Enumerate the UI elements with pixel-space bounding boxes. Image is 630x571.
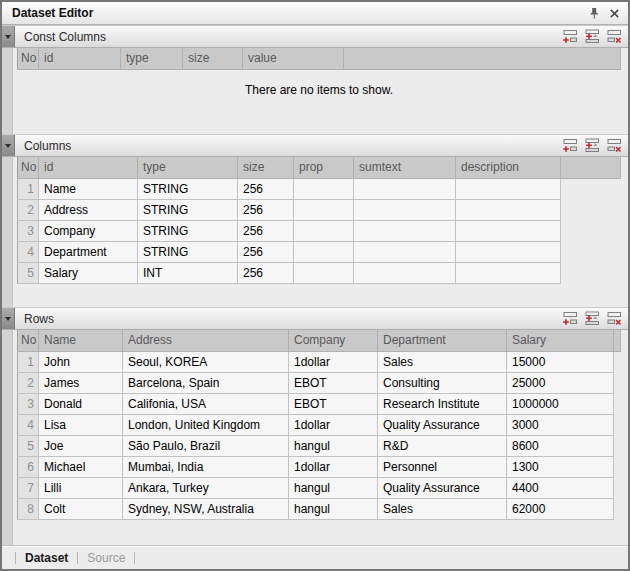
cell[interactable]: 256 [238,262,294,283]
cell[interactable]: INT [138,262,238,283]
delete-row-icon[interactable] [605,311,622,327]
row-number[interactable]: 2 [18,199,39,220]
row-number[interactable]: 2 [18,372,39,393]
cell[interactable] [294,241,354,262]
cell[interactable]: John [39,351,123,372]
cell[interactable]: 256 [238,241,294,262]
cell[interactable]: Donald [39,393,123,414]
cell[interactable]: STRING [138,241,238,262]
column-header-id[interactable]: id [39,48,121,69]
collapse-button[interactable] [2,135,15,156]
column-header-salary[interactable]: Salary [507,330,614,351]
cell[interactable]: Research Institute [378,393,507,414]
delete-row-icon[interactable] [605,138,622,154]
cell[interactable]: 1dollar [289,414,378,435]
cell[interactable]: 1dollar [289,456,378,477]
cell[interactable] [294,262,354,283]
cell[interactable]: EBOT [289,372,378,393]
column-header-type[interactable]: type [138,157,238,178]
pin-icon[interactable] [586,5,602,21]
column-header-department[interactable]: Department [378,330,507,351]
column-header-size[interactable]: size [238,157,294,178]
column-header-no[interactable]: No [18,157,39,178]
cell[interactable]: 15000 [507,351,614,372]
column-header-description[interactable]: description [456,157,561,178]
cell[interactable]: 4400 [507,477,614,498]
cell[interactable] [354,241,456,262]
cell[interactable] [456,199,561,220]
cell[interactable]: Mumbai, India [123,456,289,477]
cell[interactable]: STRING [138,178,238,199]
add-row-icon[interactable] [561,311,578,327]
close-icon[interactable] [606,5,622,21]
cell[interactable]: 3000 [507,414,614,435]
column-header-prop[interactable]: prop [294,157,354,178]
delete-row-icon[interactable] [605,29,622,45]
add-row-icon[interactable] [561,29,578,45]
cell[interactable]: STRING [138,220,238,241]
row-number[interactable]: 8 [18,498,39,519]
cell[interactable] [456,220,561,241]
cell[interactable]: 1dollar [289,351,378,372]
cell[interactable] [354,199,456,220]
column-header-no[interactable]: No [18,330,39,351]
cell[interactable]: Quality Assurance [378,477,507,498]
cell[interactable]: 256 [238,220,294,241]
column-header-id[interactable]: id [39,157,138,178]
cell[interactable]: Ankara, Turkey [123,477,289,498]
insert-row-icon[interactable] [583,311,600,327]
column-header-no[interactable]: No [18,48,39,69]
cell[interactable]: 62000 [507,498,614,519]
row-number[interactable]: 5 [18,435,39,456]
cell[interactable]: James [39,372,123,393]
cell[interactable] [294,199,354,220]
row-number[interactable]: 1 [18,178,39,199]
cell[interactable]: Sydney, NSW, Australia [123,498,289,519]
column-header-value[interactable]: value [243,48,344,69]
cell[interactable] [354,262,456,283]
cell[interactable]: Colt [39,498,123,519]
cell[interactable]: Califonia, USA [123,393,289,414]
cell[interactable]: 1300 [507,456,614,477]
cell[interactable]: Address [39,199,138,220]
row-number[interactable]: 6 [18,456,39,477]
row-number[interactable]: 4 [18,414,39,435]
column-header-size[interactable]: size [183,48,243,69]
column-header-company[interactable]: Company [289,330,378,351]
tab-dataset[interactable]: Dataset [25,551,68,565]
column-header-sumtext[interactable]: sumtext [354,157,456,178]
collapse-button[interactable] [2,308,15,329]
cell[interactable]: STRING [138,199,238,220]
cell[interactable]: Lilli [39,477,123,498]
cell[interactable]: hangul [289,435,378,456]
cell[interactable]: Quality Assurance [378,414,507,435]
cell[interactable]: 1000000 [507,393,614,414]
cell[interactable]: hangul [289,477,378,498]
cell[interactable]: 256 [238,199,294,220]
row-number[interactable]: 3 [18,393,39,414]
cell[interactable]: EBOT [289,393,378,414]
row-number[interactable]: 1 [18,351,39,372]
cell[interactable]: Seoul, KOREA [123,351,289,372]
cell[interactable]: hangul [289,498,378,519]
cell[interactable] [354,220,456,241]
insert-row-icon[interactable] [583,29,600,45]
cell[interactable]: São Paulo, Brazil [123,435,289,456]
cell[interactable]: Michael [39,456,123,477]
cell[interactable]: R&D [378,435,507,456]
cell[interactable] [456,241,561,262]
column-header-address[interactable]: Address [123,330,289,351]
cell[interactable]: 256 [238,178,294,199]
cell[interactable]: Sales [378,498,507,519]
row-number[interactable]: 5 [18,262,39,283]
collapse-button[interactable] [2,26,15,47]
row-number[interactable]: 7 [18,477,39,498]
cell[interactable] [456,262,561,283]
tab-source[interactable]: Source [87,551,125,565]
cell[interactable]: Barcelona, Spain [123,372,289,393]
cell[interactable] [456,178,561,199]
cell[interactable]: 8600 [507,435,614,456]
cell[interactable]: Name [39,178,138,199]
row-number[interactable]: 4 [18,241,39,262]
insert-row-icon[interactable] [583,138,600,154]
